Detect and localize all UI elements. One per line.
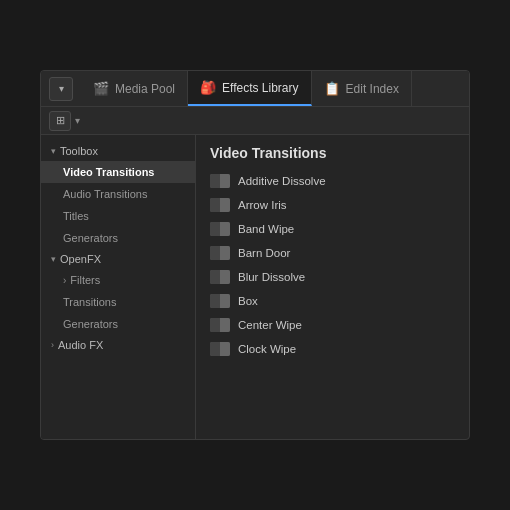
sidebar-item-generators[interactable]: Generators — [41, 227, 195, 249]
effect-label: Clock Wipe — [238, 343, 296, 355]
effect-label: Blur Dissolve — [238, 271, 305, 283]
effect-icon — [210, 246, 230, 260]
sidebar-section-openfx[interactable]: ▾OpenFX — [41, 249, 195, 269]
sidebar-item-transitions-fx[interactable]: Transitions — [41, 291, 195, 313]
chevron-icon: › — [51, 340, 54, 350]
effect-icon — [210, 318, 230, 332]
grid-icon: ⊞ — [56, 114, 65, 127]
effect-item-additive-dissolve[interactable]: Additive Dissolve — [196, 169, 469, 193]
section-label: Audio FX — [58, 339, 103, 351]
item-chevron: › — [63, 275, 66, 286]
effect-item-center-wipe[interactable]: Center Wipe — [196, 313, 469, 337]
effects-library-label: Effects Library — [222, 81, 298, 95]
effect-item-clock-wipe[interactable]: Clock Wipe — [196, 337, 469, 361]
effect-label: Center Wipe — [238, 319, 302, 331]
sidebar-section-toolbox[interactable]: ▾Toolbox — [41, 141, 195, 161]
chevron-icon: ▾ — [51, 254, 56, 264]
sidebar-item-titles[interactable]: Titles — [41, 205, 195, 227]
edit-index-icon: 📋 — [324, 81, 340, 96]
grid-view-button[interactable]: ⊞ — [49, 111, 71, 131]
item-label: Generators — [63, 232, 118, 244]
section-label: OpenFX — [60, 253, 101, 265]
sidebar-item-video-transitions[interactable]: Video Transitions — [41, 161, 195, 183]
effect-label: Arrow Iris — [238, 199, 287, 211]
effect-label: Additive Dissolve — [238, 175, 326, 187]
sidebar: ▾ToolboxVideo TransitionsAudio Transitio… — [41, 135, 196, 439]
effect-item-blur-dissolve[interactable]: Blur Dissolve — [196, 265, 469, 289]
main-content: ▾ToolboxVideo TransitionsAudio Transitio… — [41, 135, 469, 439]
sub-toolbar: ⊞ ▾ — [41, 107, 469, 135]
window-expand-button[interactable]: ▾ — [49, 77, 73, 101]
effects-library-icon: 🎒 — [200, 80, 216, 95]
app-window: ▾ 🎬Media Pool🎒Effects Library📋Edit Index… — [40, 70, 470, 440]
tab-bar: ▾ 🎬Media Pool🎒Effects Library📋Edit Index — [41, 71, 469, 107]
tab-edit-index[interactable]: 📋Edit Index — [312, 71, 412, 106]
tab-media-pool[interactable]: 🎬Media Pool — [81, 71, 188, 106]
effect-icon — [210, 174, 230, 188]
item-label: Titles — [63, 210, 89, 222]
effect-label: Barn Door — [238, 247, 290, 259]
effect-item-barn-door[interactable]: Barn Door — [196, 241, 469, 265]
sidebar-item-filters[interactable]: ›Filters — [41, 269, 195, 291]
effect-icon — [210, 198, 230, 212]
chevron-down-icon: ▾ — [59, 83, 64, 94]
effect-icon — [210, 294, 230, 308]
effect-icon — [210, 222, 230, 236]
media-pool-icon: 🎬 — [93, 81, 109, 96]
chevron-icon: ▾ — [51, 146, 56, 156]
sidebar-item-generators-fx[interactable]: Generators — [41, 313, 195, 335]
sidebar-section-audio-fx-section[interactable]: ›Audio FX — [41, 335, 195, 355]
view-options-chevron[interactable]: ▾ — [75, 115, 80, 126]
effect-item-box[interactable]: Box — [196, 289, 469, 313]
effect-item-arrow-iris[interactable]: Arrow Iris — [196, 193, 469, 217]
panel-title: Video Transitions — [196, 145, 469, 169]
item-label: Audio Transitions — [63, 188, 147, 200]
section-label: Toolbox — [60, 145, 98, 157]
item-label: Generators — [63, 318, 118, 330]
effect-label: Band Wipe — [238, 223, 294, 235]
item-label: Transitions — [63, 296, 116, 308]
right-panel: Video Transitions Additive Dissolve Arro… — [196, 135, 469, 439]
item-label: Filters — [70, 274, 100, 286]
tab-effects-library[interactable]: 🎒Effects Library — [188, 71, 311, 106]
edit-index-label: Edit Index — [346, 82, 399, 96]
effect-icon — [210, 342, 230, 356]
effect-label: Box — [238, 295, 258, 307]
effects-list: Additive Dissolve Arrow Iris Band Wipe B… — [196, 169, 469, 439]
effect-item-band-wipe[interactable]: Band Wipe — [196, 217, 469, 241]
sidebar-item-audio-transitions[interactable]: Audio Transitions — [41, 183, 195, 205]
item-label: Video Transitions — [63, 166, 155, 178]
effect-icon — [210, 270, 230, 284]
media-pool-label: Media Pool — [115, 82, 175, 96]
